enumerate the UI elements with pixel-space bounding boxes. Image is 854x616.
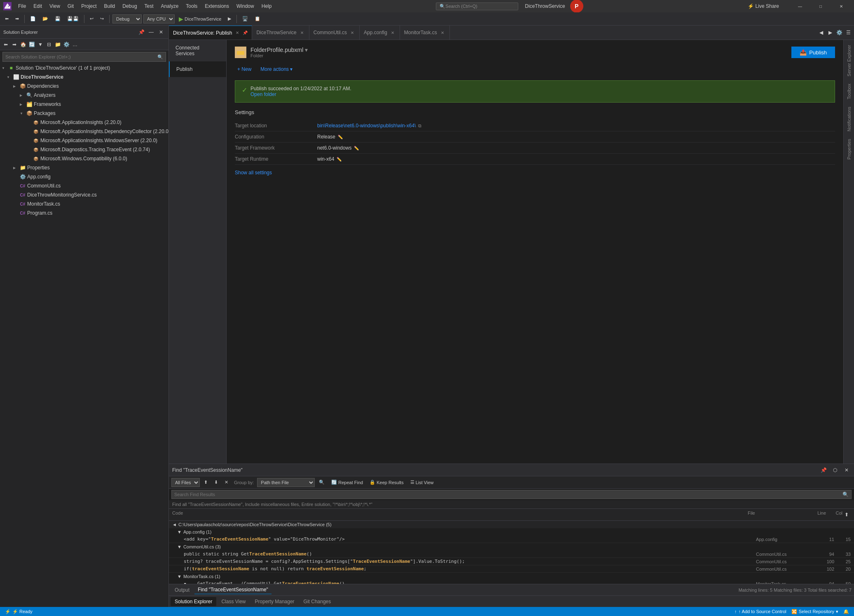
show-all-settings-link[interactable]: Show all settings [235, 170, 272, 176]
tab-pin-icon[interactable]: 📌 [243, 30, 248, 35]
pin-button[interactable]: 📌 [137, 28, 145, 36]
output-tab-output[interactable]: Output [171, 586, 193, 594]
location-path[interactable]: bin\Release\net6.0-windows\publish\win-x… [317, 123, 416, 129]
tree-pkg-4[interactable]: 📦 Microsoft.Diagnostics.Tracing.TraceEve… [0, 145, 168, 154]
find-result-cu-2[interactable]: string? traceEventSessionName = config?.… [169, 558, 854, 565]
tree-commonutil[interactable]: C# CommonUtil.cs [0, 181, 168, 190]
statusbar-ready[interactable]: ⚡ ⚡ Ready [3, 609, 34, 614]
tree-monitoring[interactable]: C# DiceThrowMonitoringService.cs [0, 190, 168, 199]
new-action-button[interactable]: + New [235, 65, 254, 74]
toolbar-extra2[interactable]: 📋 [252, 14, 263, 24]
menu-test[interactable]: Test [141, 2, 157, 11]
tree-solution[interactable]: ▼ ■ Solution 'DiceThrowService' (1 of 1 … [0, 63, 168, 73]
tree-analyzers[interactable]: ▶ 🔍 Analyzers [0, 91, 168, 100]
titlebar-search[interactable]: 🔍 Search (Ctrl+Q) [436, 2, 518, 10]
find-clear[interactable]: ✕ [222, 478, 231, 487]
tab-close-all[interactable]: ☰ [844, 28, 852, 37]
find-float[interactable]: ⬡ [831, 466, 839, 474]
more-actions-button[interactable]: More actions ▾ [258, 65, 295, 74]
tree-program[interactable]: C# Program.cs [0, 208, 168, 218]
menu-edit[interactable]: Edit [30, 2, 45, 11]
toolbox-btn[interactable]: Toolbox [845, 80, 853, 103]
toolbar-save[interactable]: 💾 [52, 14, 63, 24]
find-prev[interactable]: ⬆ [201, 478, 210, 487]
bottom-tab-classview[interactable]: Class View [217, 597, 250, 606]
user-avatar[interactable]: P [570, 0, 583, 13]
tab-publish[interactable]: DiceThrowService: Publish ✕ 📌 [169, 26, 252, 40]
tab-appconfig-close[interactable]: ✕ [390, 30, 395, 35]
tab-service[interactable]: DiceThrowService ✕ [252, 26, 309, 40]
sort-icon[interactable]: ⬆ [842, 511, 851, 519]
minimize-button[interactable]: — [791, 0, 810, 12]
tree-pkg-1[interactable]: 📦 Microsoft.ApplicationInsights (2.20.0) [0, 118, 168, 127]
platform-select[interactable]: Any CPU [143, 14, 175, 23]
server-explorer-btn[interactable]: Server Explorer [845, 42, 853, 80]
find-next[interactable]: ⬇ [212, 478, 220, 487]
solution-search-input[interactable] [5, 54, 156, 59]
menu-tools[interactable]: Tools [182, 2, 201, 11]
bell-btn[interactable]: 🔔 [842, 609, 851, 614]
tree-packages[interactable]: ▼ 📦 Packages [0, 109, 168, 118]
toolbar-extra1[interactable]: 🖥️ [240, 14, 250, 24]
menu-git[interactable]: Git [64, 2, 77, 11]
fw-edit-icon[interactable]: ✏️ [354, 146, 359, 150]
tab-settings[interactable]: ⚙️ [835, 28, 843, 37]
find-search-area[interactable]: 🔍 [171, 490, 852, 499]
sol-home[interactable]: 🏠 [19, 40, 27, 49]
menu-analyze[interactable]: Analyze [158, 2, 182, 11]
tab-commonutil-close[interactable]: ✕ [349, 30, 355, 35]
sol-forward[interactable]: ➡ [10, 40, 19, 49]
sol-back[interactable]: ⬅ [2, 40, 10, 49]
menu-view[interactable]: View [46, 2, 63, 11]
tree-pkg-5[interactable]: 📦 Microsoft.Windows.Compatibility (6.0.0… [0, 154, 168, 163]
close-panel-button[interactable]: ✕ [157, 28, 165, 36]
tab-monitortask-close[interactable]: ✕ [440, 30, 445, 35]
open-folder-link[interactable]: Open folder [250, 91, 351, 97]
toolbar-redo[interactable]: ↪ [98, 14, 106, 24]
config-edit-icon[interactable]: ✏️ [338, 135, 343, 139]
toolbar-undo[interactable]: ↩ [87, 14, 96, 24]
maximize-button[interactable]: □ [811, 0, 830, 12]
find-pin[interactable]: 📌 [819, 466, 828, 474]
copy-icon[interactable]: ⧉ [418, 123, 421, 129]
menu-debug[interactable]: Debug [119, 2, 140, 11]
tab-service-close[interactable]: ✕ [299, 30, 305, 35]
find-search-input[interactable] [174, 492, 298, 497]
group-by-select[interactable]: Path then File [257, 478, 315, 487]
tab-publish-close[interactable]: ✕ [234, 30, 240, 35]
tab-nav-right[interactable]: ▶ [826, 28, 834, 37]
tree-frameworks[interactable]: ▶ 🗂️ Frameworks [0, 100, 168, 109]
tree-monitortask[interactable]: C# MonitorTask.cs [0, 199, 168, 208]
properties-btn[interactable]: Properties [845, 136, 853, 163]
toolbar-saveall[interactable]: 💾💾 [65, 14, 81, 24]
dropdown-icon[interactable]: ▾ [305, 47, 308, 53]
sol-settings[interactable]: ⚙️ [62, 40, 70, 49]
toolbar-open[interactable]: 📂 [40, 14, 51, 24]
debug-config-select[interactable]: Debug Release [112, 14, 142, 23]
publish-nav[interactable]: Publish [169, 61, 226, 77]
bottom-tab-propmanager[interactable]: Property Manager [251, 597, 299, 606]
tree-properties[interactable]: ▶ 📁 Properties [0, 163, 168, 172]
source-control-btn[interactable]: ↑ ↑ Add to Source Control [733, 609, 788, 614]
liveshare-button[interactable]: ⚡ Live Share [744, 2, 782, 11]
find-result-cu-3[interactable]: if(traceEventSessionName is not null) re… [169, 565, 854, 573]
tab-nav-left[interactable]: ◀ [817, 28, 825, 37]
run-button[interactable]: ▶ DiceThrowService [176, 14, 224, 24]
notifications-btn[interactable]: Notifications [845, 103, 853, 135]
menu-project[interactable]: Project [78, 2, 100, 11]
publish-button[interactable]: 📤 Publish [791, 47, 835, 58]
tab-monitortask[interactable]: MonitorTask.cs ✕ [400, 26, 450, 40]
tree-pkg-2[interactable]: 📦 Microsoft.ApplicationInsights.Dependen… [0, 127, 168, 136]
tab-commonutil[interactable]: CommonUtil.cs ✕ [309, 26, 360, 40]
find-search[interactable]: 🔍 [316, 478, 327, 487]
solution-search-box[interactable]: 🔍 [2, 52, 166, 62]
menu-build[interactable]: Build [101, 2, 119, 11]
menu-help[interactable]: Help [258, 2, 275, 11]
bottom-tab-solution[interactable]: Solution Explorer [171, 597, 216, 606]
sol-sync[interactable]: 🔄 [28, 40, 36, 49]
collapse-button[interactable]: — [147, 28, 155, 36]
repeat-find-btn[interactable]: 🔄 Repeat Find [329, 478, 365, 487]
find-result-appconfig-1[interactable]: <add key="TraceEventSessionName" value="… [169, 536, 854, 543]
toolbar-back[interactable]: ⬅ [2, 14, 11, 24]
menu-file[interactable]: File [15, 2, 29, 11]
